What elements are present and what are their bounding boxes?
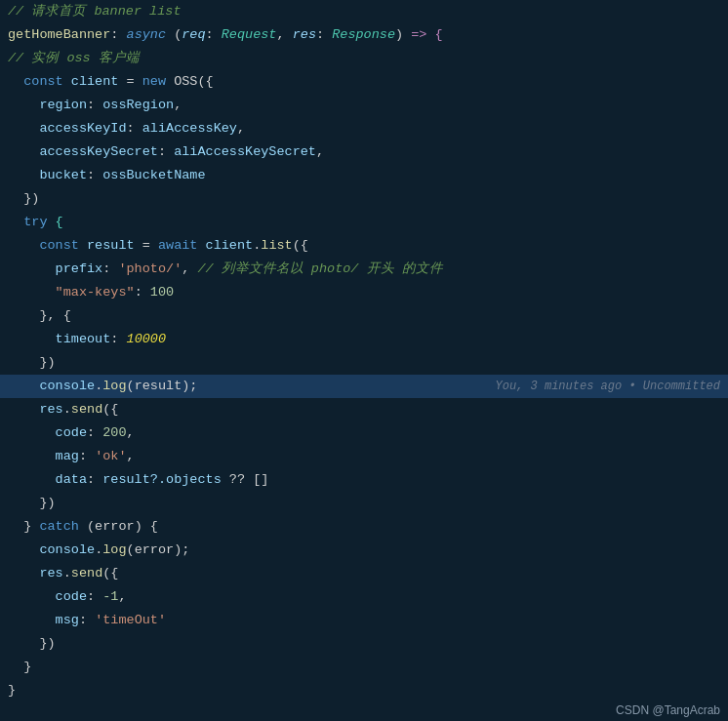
code-editor: // 请求首页 banner listgetHomeBanner: async … [0,0,728,721]
code-line: msg: 'timeOut' [0,609,728,632]
code-line: bucket: ossBucketName [0,164,728,187]
code-line: res.send({ [0,562,728,585]
code-line: // 请求首页 banner list [0,0,728,23]
code-line: region: ossRegion, [0,94,728,117]
code-line: }) [0,632,728,656]
code-line: }, { [0,304,728,328]
code-line: }) [0,187,728,211]
code-line: } [0,679,728,702]
code-line: timeout: 10000 [0,328,728,351]
code-line: code: 200, [0,421,728,445]
code-line: const result = await client.list({ [0,234,728,258]
code-line: accessKeyId: aliAccessKey, [0,117,728,140]
code-line: // 实例 oss 客户端 [0,47,728,70]
code-line: res.send({ [0,398,728,421]
code-line: console.log(error); [0,539,728,562]
code-line: code: -1, [0,585,728,609]
code-line: }) [0,351,728,375]
watermark: CSDN @TangAcrab [616,703,720,717]
code-line: try { [0,211,728,234]
code-line: prefix: 'photo/', // 列举文件名以 photo/ 开头 的文… [0,258,728,281]
code-line: const client = new OSS({ [0,70,728,94]
code-line: console.log(result);You, 3 minutes ago •… [0,375,728,398]
code-line: data: result?.objects ?? [] [0,468,728,492]
code-line: getHomeBanner: async (req: Request, res:… [0,23,728,47]
git-blame: You, 3 minutes ago • Uncommitted [496,380,720,393]
code-line: } catch (error) { [0,515,728,539]
code-line: "max-keys": 100 [0,281,728,304]
code-line: mag: 'ok', [0,445,728,468]
code-line: accessKeySecret: aliAccessKeySecret, [0,140,728,164]
code-line: }) [0,492,728,515]
code-line: } [0,656,728,679]
